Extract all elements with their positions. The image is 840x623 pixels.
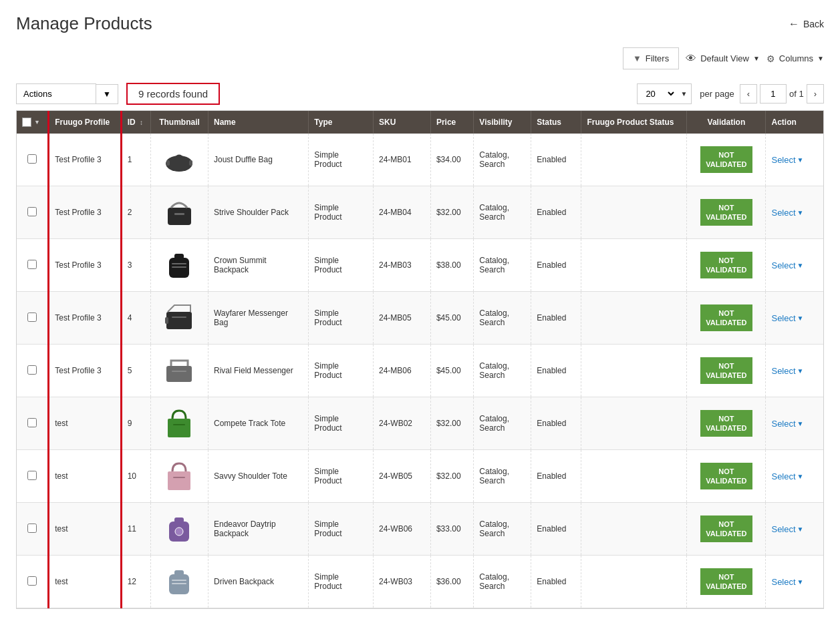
row-checkbox[interactable] xyxy=(27,418,37,427)
row-price: $38.00 xyxy=(430,239,473,292)
row-profile: Test Profile 3 xyxy=(49,134,121,186)
row-fruugo-status xyxy=(581,239,687,292)
row-fruugo-status xyxy=(581,397,687,450)
row-action: Select ▼ xyxy=(766,239,823,292)
table-row: test 11 Endeavor Daytrip Backpack Simple… xyxy=(17,503,823,556)
row-visibility: Catalog, Search xyxy=(474,450,531,503)
svg-rect-13 xyxy=(166,366,192,382)
row-action: Select ▼ xyxy=(766,450,823,503)
svg-rect-4 xyxy=(168,208,191,225)
row-checkbox[interactable] xyxy=(27,260,37,269)
row-name: Endeavor Daytrip Backpack xyxy=(208,503,308,556)
select-all-checkbox[interactable] xyxy=(22,118,31,127)
row-status: Enabled xyxy=(531,450,581,503)
per-page-select[interactable]: 20 50 100 ▼ xyxy=(637,83,692,104)
row-sku: 24-MB01 xyxy=(374,134,431,186)
select-dropdown-icon: ▼ xyxy=(797,578,804,586)
table-row: Test Profile 3 2 Strive Shoulder Pack Si… xyxy=(17,186,823,239)
row-profile: Test Profile 3 xyxy=(49,292,121,345)
select-link[interactable]: Select ▼ xyxy=(771,419,818,429)
row-type: Simple Product xyxy=(309,239,374,292)
select-link[interactable]: Select ▼ xyxy=(771,577,818,587)
row-sku: 24-MB05 xyxy=(374,292,431,345)
row-validation: NOTVALIDATED xyxy=(687,397,766,450)
select-dropdown-icon: ▼ xyxy=(797,156,804,164)
svg-rect-15 xyxy=(168,419,190,437)
row-status: Enabled xyxy=(531,556,581,608)
select-link[interactable]: Select ▼ xyxy=(771,313,818,323)
row-checkbox[interactable] xyxy=(27,524,37,533)
view-selector[interactable]: 👁 Default View ▼ xyxy=(686,53,760,65)
filter-icon: ▼ xyxy=(633,53,642,63)
row-checkbox-cell xyxy=(17,134,49,186)
actions-select[interactable]: Actions xyxy=(16,83,96,104)
row-checkbox-cell xyxy=(17,503,49,556)
col-header-profile: Fruugo Profile xyxy=(49,111,121,134)
svg-rect-14 xyxy=(172,371,186,372)
table-row: Test Profile 3 4 Wayfarer Messenger Bag … xyxy=(17,292,823,345)
select-link[interactable]: Select ▼ xyxy=(771,471,818,481)
row-price: $36.00 xyxy=(430,556,473,608)
table-row: test 9 Compete Track Tote Simple Product… xyxy=(17,397,823,450)
row-type: Simple Product xyxy=(309,292,374,345)
row-validation: NOTVALIDATED xyxy=(687,345,766,397)
row-name: Compete Track Tote xyxy=(208,397,308,450)
svg-rect-18 xyxy=(173,477,185,478)
not-validated-badge: NOTVALIDATED xyxy=(700,199,752,226)
row-price: $45.00 xyxy=(430,345,473,397)
row-checkbox[interactable] xyxy=(27,576,37,586)
row-sku: 24-MB03 xyxy=(374,239,431,292)
back-link[interactable]: ← Back xyxy=(789,18,824,30)
per-page-dropdown[interactable]: 20 50 100 xyxy=(638,84,676,103)
select-link[interactable]: Select ▼ xyxy=(771,260,818,270)
row-validation: NOTVALIDATED xyxy=(687,292,766,345)
table-row: test 10 Savvy Shoulder Tote Simple Produ… xyxy=(17,450,823,503)
col-header-status: Status xyxy=(531,111,581,134)
not-validated-badge: NOTVALIDATED xyxy=(700,515,752,543)
actions-dropdown-button[interactable]: ▼ xyxy=(96,84,118,104)
row-validation: NOTVALIDATED xyxy=(687,450,766,503)
row-validation: NOTVALIDATED xyxy=(687,503,766,556)
row-checkbox[interactable] xyxy=(27,471,37,480)
select-all-header: ▼ xyxy=(17,111,49,134)
not-validated-badge: NOTVALIDATED xyxy=(700,304,752,332)
pagination: 20 50 100 ▼ per page ‹ of 1 › xyxy=(637,83,824,104)
row-checkbox-cell xyxy=(17,292,49,345)
filters-label: Filters xyxy=(646,53,669,63)
row-visibility: Catalog, Search xyxy=(474,292,531,345)
row-price: $32.00 xyxy=(430,186,473,239)
row-profile: test xyxy=(49,503,121,556)
select-link[interactable]: Select ▼ xyxy=(771,208,818,218)
row-profile: test xyxy=(49,450,121,503)
row-fruugo-status xyxy=(581,345,687,397)
select-link[interactable]: Select ▼ xyxy=(771,155,818,165)
view-label: Default View xyxy=(700,53,749,63)
row-id: 1 xyxy=(121,134,150,186)
per-page-label: per page xyxy=(700,89,734,99)
row-fruugo-status xyxy=(581,556,687,608)
row-profile: Test Profile 3 xyxy=(49,239,121,292)
select-dropdown-icon: ▼ xyxy=(797,473,804,480)
row-action: Select ▼ xyxy=(766,503,823,556)
col-header-id[interactable]: ID ↕ xyxy=(121,111,150,134)
svg-rect-23 xyxy=(174,570,184,576)
next-page-button[interactable]: › xyxy=(807,84,824,103)
page-input[interactable] xyxy=(760,84,787,103)
row-profile: test xyxy=(49,556,121,608)
row-checkbox[interactable] xyxy=(27,365,37,375)
row-visibility: Catalog, Search xyxy=(474,345,531,397)
columns-selector[interactable]: ⚙ Columns ▼ xyxy=(766,53,824,64)
row-checkbox[interactable] xyxy=(27,313,37,322)
select-link[interactable]: Select ▼ xyxy=(771,366,818,376)
svg-rect-20 xyxy=(174,517,184,523)
row-profile: Test Profile 3 xyxy=(49,186,121,239)
row-checkbox[interactable] xyxy=(27,207,37,216)
row-checkbox[interactable] xyxy=(27,154,37,164)
prev-page-button[interactable]: ‹ xyxy=(740,84,757,103)
page-title: Manage Products xyxy=(16,13,152,34)
select-link[interactable]: Select ▼ xyxy=(771,524,818,534)
table-row: Test Profile 3 1 Joust Duffle Bag Simple… xyxy=(17,134,823,186)
row-price: $32.00 xyxy=(430,397,473,450)
select-all-arrow-icon[interactable]: ▼ xyxy=(34,119,40,126)
filters-button[interactable]: ▼ Filters xyxy=(623,47,679,69)
